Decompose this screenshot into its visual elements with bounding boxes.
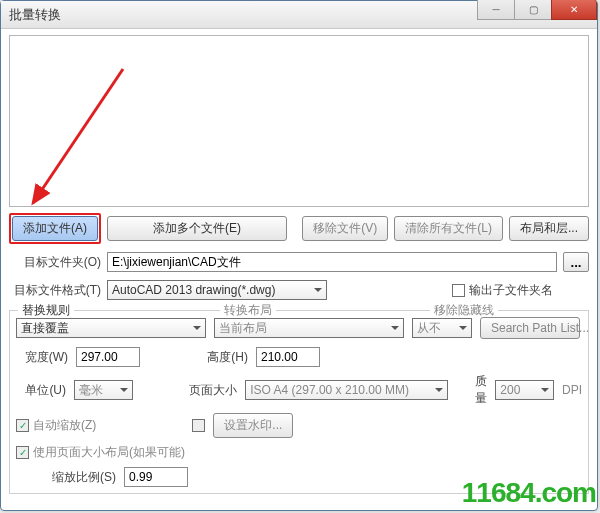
maximize-button[interactable]: ▢ <box>514 0 552 20</box>
window-title: 批量转换 <box>9 6 61 24</box>
width-input[interactable] <box>76 347 140 367</box>
watermark-enable-checkbox[interactable] <box>192 419 205 432</box>
width-label: 宽度(W) <box>16 349 68 366</box>
auto-scale-checkbox[interactable]: ✓ 自动缩放(Z) <box>16 417 96 434</box>
file-list-box[interactable] <box>9 35 589 207</box>
titlebar: 批量转换 ─ ▢ ✕ <box>1 1 597 29</box>
height-label: 高度(H) <box>196 349 248 366</box>
remove-hidden-select[interactable]: 从不 <box>412 318 472 338</box>
use-page-layout-checkbox[interactable]: ✓ 使用页面大小布局(如果可能) <box>16 444 185 461</box>
minimize-button[interactable]: ─ <box>477 0 515 20</box>
site-watermark: 11684.com <box>462 477 596 509</box>
page-size-label: 页面大小 <box>187 382 237 399</box>
layout-layers-button[interactable]: 布局和层... <box>509 216 589 241</box>
unit-value: 毫米 <box>79 382 103 399</box>
target-format-select[interactable]: AutoCAD 2013 drawing(*.dwg) <box>107 280 327 300</box>
convert-layout-select[interactable]: 当前布局 <box>214 318 404 338</box>
add-file-button[interactable]: 添加文件(A) <box>12 216 98 241</box>
remove-hidden-value: 从不 <box>417 320 441 337</box>
checkbox-icon: ✓ <box>16 446 29 459</box>
convert-layout-value: 当前布局 <box>219 320 267 337</box>
height-input[interactable] <box>256 347 320 367</box>
zoom-ratio-input[interactable] <box>124 467 188 487</box>
zoom-ratio-label: 缩放比例(S) <box>16 469 116 486</box>
page-size-value: ISO A4 (297.00 x 210.00 MM) <box>250 383 409 397</box>
quality-value: 200 <box>500 383 520 397</box>
quality-select[interactable]: 200 <box>495 380 554 400</box>
checkbox-icon <box>192 419 205 432</box>
auto-scale-label: 自动缩放(Z) <box>33 417 96 434</box>
page-size-select[interactable]: ISO A4 (297.00 x 210.00 MM) <box>245 380 448 400</box>
output-subname-label: 输出子文件夹名 <box>469 282 553 299</box>
set-watermark-button[interactable]: 设置水印... <box>213 413 293 438</box>
target-format-value: AutoCAD 2013 drawing(*.dwg) <box>112 283 275 297</box>
replace-rule-select[interactable]: 直接覆盖 <box>16 318 206 338</box>
highlight-add-file: 添加文件(A) <box>9 213 101 244</box>
add-multi-files-button[interactable]: 添加多个文件(E) <box>107 216 287 241</box>
browse-folder-button[interactable]: ... <box>563 252 589 272</box>
checkbox-icon: ✓ <box>16 419 29 432</box>
unit-select[interactable]: 毫米 <box>74 380 133 400</box>
clear-all-button[interactable]: 清除所有文件(L) <box>394 216 503 241</box>
target-format-label: 目标文件格式(T) <box>9 282 101 299</box>
dialog-window: 批量转换 ─ ▢ ✕ 添加文件(A) 添加多个文件(E) 移除文件(V) 清除所… <box>0 0 598 511</box>
output-subname-checkbox[interactable]: 输出子文件夹名 <box>452 282 553 299</box>
checkbox-icon <box>452 284 465 297</box>
replace-rules-group: 替换规则 转换布局 移除隐藏线 直接覆盖 当前布局 从不 Search Path… <box>9 310 589 494</box>
target-folder-input[interactable] <box>107 252 557 272</box>
target-folder-label: 目标文件夹(O) <box>9 254 101 271</box>
unit-label: 单位(U) <box>16 382 66 399</box>
quality-label: 质量 <box>464 373 487 407</box>
use-page-layout-label: 使用页面大小布局(如果可能) <box>33 444 185 461</box>
replace-rule-value: 直接覆盖 <box>21 320 69 337</box>
close-button[interactable]: ✕ <box>551 0 597 20</box>
search-path-button[interactable]: Search Path List... <box>480 317 580 339</box>
dpi-label: DPI <box>562 383 582 397</box>
remove-file-button[interactable]: 移除文件(V) <box>302 216 388 241</box>
